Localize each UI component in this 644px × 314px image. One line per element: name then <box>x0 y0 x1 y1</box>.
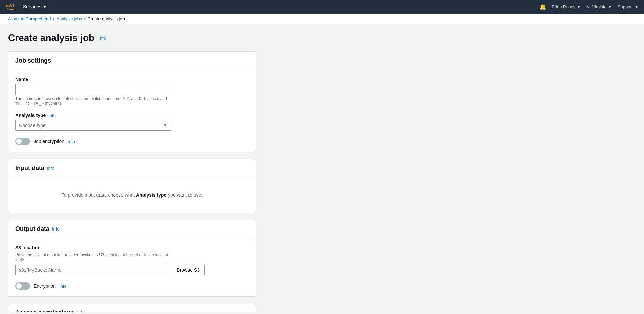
analysis-type-info-link[interactable]: Info <box>48 113 56 118</box>
name-input[interactable] <box>15 84 171 95</box>
breadcrumb-parent[interactable]: Analysis jobs <box>56 16 82 21</box>
page-header: Create analysis job Info <box>8 32 256 43</box>
job-settings-body: Name The name can have up to 256 charact… <box>8 70 256 152</box>
name-field-group: Name The name can have up to 256 charact… <box>15 77 249 106</box>
name-label: Name <box>15 77 249 82</box>
breadcrumb: Amazon Comprehend › Analysis jobs › Crea… <box>0 14 644 24</box>
main-content: Create analysis job Info Job settings Na… <box>0 24 264 312</box>
job-settings-title: Job settings <box>15 57 51 64</box>
region-menu[interactable]: N. Virginia ▼ <box>586 4 612 9</box>
input-data-msg-highlight: Analysis type <box>136 192 166 198</box>
input-data-info-link[interactable]: Info <box>47 166 54 171</box>
services-chevron-icon: ▼ <box>43 4 47 9</box>
s3-location-input[interactable] <box>15 265 169 275</box>
job-encryption-info-link[interactable]: Info <box>68 139 75 144</box>
input-data-msg-prefix: To provide input data, choose what <box>62 192 136 198</box>
browse-s3-button[interactable]: Browse S3 <box>172 265 205 275</box>
output-data-title: Output data <box>15 225 49 233</box>
encryption-label: Encryption <box>34 283 56 289</box>
name-hint: The name can have up to 256 characters. … <box>15 96 171 106</box>
analysis-type-label-row: Analysis type Info <box>15 113 249 118</box>
services-label: Services <box>23 4 41 9</box>
job-encryption-field-group: Job encryption Info <box>15 138 249 145</box>
services-button[interactable]: Services ▼ <box>20 3 50 11</box>
access-permissions-title: Access permissions <box>15 309 74 312</box>
encryption-info-link[interactable]: Info <box>59 284 67 289</box>
s3-location-label: S3 location <box>15 245 249 250</box>
input-data-body: To provide input data, choose what Analy… <box>8 177 256 213</box>
output-data-body: S3 location Paste the URL of a bucket or… <box>8 238 256 296</box>
s3-location-field-group: S3 location Paste the URL of a bucket or… <box>15 245 249 275</box>
breadcrumb-sep-1: › <box>53 17 54 21</box>
job-encryption-slider <box>15 138 30 145</box>
analysis-type-select[interactable]: Choose type <box>15 120 171 131</box>
job-encryption-toggle-row: Job encryption Info <box>15 138 249 145</box>
s3-location-hint: Paste the URL of a bucket or folder loca… <box>15 252 171 262</box>
analysis-type-field-group: Analysis type Info Choose type ▼ <box>15 113 249 131</box>
aws-logo <box>5 3 16 10</box>
job-settings-section: Job settings Name The name can have up t… <box>8 51 256 152</box>
input-data-message: To provide input data, choose what Analy… <box>15 184 249 206</box>
encryption-field-group: Encryption Info <box>15 282 249 290</box>
support-menu[interactable]: Support ▼ <box>618 4 639 9</box>
top-nav-left: Services ▼ <box>5 3 50 11</box>
input-data-header: Input data Info <box>8 159 256 177</box>
job-settings-header: Job settings <box>8 52 256 70</box>
input-data-title: Input data <box>15 165 44 172</box>
input-data-section: Input data Info To provide input data, c… <box>8 159 256 213</box>
user-chevron-icon: ▼ <box>577 4 581 9</box>
input-data-msg-suffix: you want to use. <box>166 192 202 198</box>
page-wrapper: Create analysis job Info Job settings Na… <box>0 24 644 312</box>
job-encryption-toggle[interactable] <box>15 138 30 145</box>
support-chevron-icon: ▼ <box>634 4 639 9</box>
s3-input-row: Browse S3 <box>15 265 205 275</box>
job-encryption-label: Job encryption <box>34 139 64 144</box>
notifications-bell-icon[interactable]: 🔔 <box>539 4 546 10</box>
page-info-link[interactable]: Info <box>98 35 106 41</box>
user-menu[interactable]: Brien Posey ▼ <box>552 4 581 9</box>
output-data-header: Output data Info <box>8 220 256 238</box>
page-title: Create analysis job <box>8 32 94 43</box>
encryption-toggle-row: Encryption Info <box>15 282 249 290</box>
breadcrumb-home[interactable]: Amazon Comprehend <box>8 16 51 21</box>
output-data-section: Output data Info S3 location Paste the U… <box>8 220 256 297</box>
region-label: N. Virginia <box>586 4 607 9</box>
encryption-slider <box>15 282 30 290</box>
top-nav-right: 🔔 Brien Posey ▼ N. Virginia ▼ Support ▼ <box>539 4 639 10</box>
breadcrumb-sep-2: › <box>84 17 85 21</box>
region-chevron-icon: ▼ <box>608 4 612 9</box>
support-label: Support <box>618 4 633 9</box>
aws-logo-icon <box>5 3 16 10</box>
breadcrumb-current: Create analysis job <box>87 16 125 21</box>
access-permissions-info-link[interactable]: Info <box>77 310 84 312</box>
username-label: Brien Posey <box>552 4 575 9</box>
access-permissions-header: Access permissions Info <box>8 304 256 312</box>
output-data-info-link[interactable]: Info <box>52 226 60 232</box>
encryption-toggle[interactable] <box>15 282 30 290</box>
access-permissions-section: Access permissions Info <box>8 304 256 312</box>
top-nav: Services ▼ 🔔 Brien Posey ▼ N. Virginia ▼… <box>0 0 644 14</box>
analysis-type-select-wrapper: Choose type ▼ <box>15 120 171 131</box>
analysis-type-label: Analysis type <box>15 113 46 118</box>
